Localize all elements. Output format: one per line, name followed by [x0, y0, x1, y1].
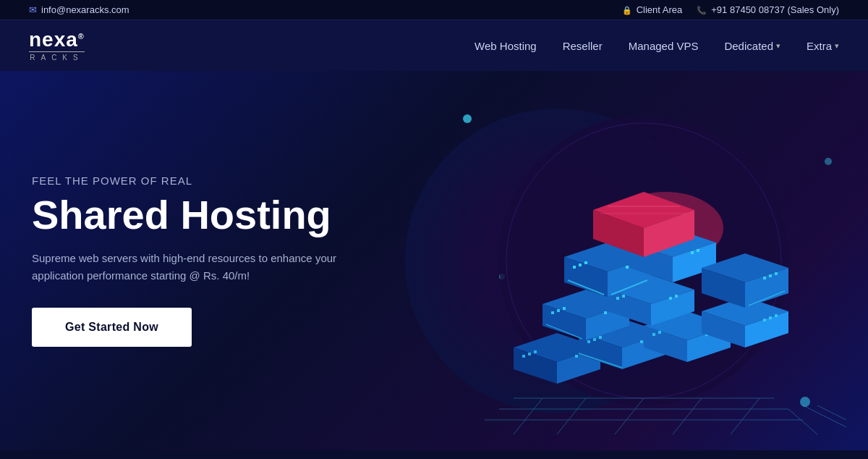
svg-rect-18 [528, 353, 531, 355]
svg-rect-27 [599, 336, 602, 339]
svg-rect-43 [563, 307, 566, 310]
logo[interactable]: nexa® RACKS [29, 30, 85, 62]
svg-rect-35 [658, 331, 661, 334]
nav-web-hosting[interactable]: Web Hosting [475, 40, 537, 52]
client-area-label: Client Area [637, 4, 683, 15]
svg-rect-79 [763, 319, 766, 321]
svg-rect-81 [775, 314, 778, 317]
client-area-item[interactable]: Client Area [622, 4, 683, 15]
email-address: info@nexaracks.com [41, 4, 129, 15]
svg-line-10 [514, 398, 542, 434]
svg-rect-60 [626, 266, 629, 269]
svg-rect-34 [652, 333, 655, 336]
svg-line-11 [788, 409, 817, 434]
svg-line-6 [557, 398, 586, 434]
svg-rect-42 [557, 309, 560, 312]
nav-dedicated[interactable]: Dedicated ▾ [724, 40, 780, 52]
nav-extra[interactable]: Extra ▾ [807, 40, 839, 52]
svg-rect-28 [640, 340, 643, 343]
mail-icon [29, 4, 37, 15]
svg-rect-87 [775, 272, 778, 275]
lock-icon [622, 4, 632, 15]
svg-rect-57 [573, 266, 576, 269]
cta-button[interactable]: Get Started Now [32, 308, 192, 347]
hero-content: FEEL THE POWER OF REAL Shared Hosting Su… [0, 174, 343, 348]
server-illustration [441, 87, 846, 434]
email-item[interactable]: info@nexaracks.com [29, 4, 129, 15]
svg-rect-52 [669, 297, 672, 300]
svg-rect-86 [769, 274, 772, 277]
svg-rect-17 [522, 355, 525, 358]
svg-rect-53 [675, 295, 678, 298]
svg-rect-41 [551, 311, 554, 314]
phone-number: +91 87450 08737 (Sales Only) [711, 4, 839, 15]
svg-rect-58 [579, 264, 582, 266]
svg-rect-51 [622, 295, 625, 298]
top-bar-right: Client Area +91 87450 08737 (Sales Only) [622, 4, 839, 15]
nav-managed-vps[interactable]: Managed VPS [629, 40, 699, 52]
hero-section: FEEL THE POWER OF REAL Shared Hosting Su… [0, 71, 868, 450]
nav-links: Web Hosting Reseller Managed VPS Dedicat… [475, 40, 839, 52]
logo-text: nexa® [29, 30, 85, 50]
svg-rect-85 [763, 277, 766, 279]
navbar: nexa® RACKS Web Hosting Reseller Managed… [0, 20, 868, 71]
svg-rect-20 [575, 355, 578, 358]
svg-rect-69 [691, 251, 694, 254]
hero-description: Supreme web servers with high-end resour… [32, 250, 343, 285]
dedicated-dropdown-arrow: ▾ [776, 41, 780, 51]
phone-item[interactable]: +91 87450 08737 (Sales Only) [697, 4, 839, 15]
svg-line-12 [817, 405, 846, 420]
phone-icon [697, 4, 707, 15]
extra-dropdown-arrow: ▾ [835, 41, 839, 51]
nav-reseller[interactable]: Reseller [563, 40, 603, 52]
hero-subtitle: FEEL THE POWER OF REAL [32, 174, 343, 187]
top-bar: info@nexaracks.com Client Area +91 87450… [0, 0, 868, 20]
top-bar-left: info@nexaracks.com [29, 4, 129, 15]
svg-line-8 [673, 398, 702, 434]
hero-title: Shared Hosting [32, 193, 343, 237]
logo-sub: RACKS [29, 51, 85, 62]
svg-rect-70 [697, 249, 699, 252]
svg-rect-50 [616, 297, 619, 300]
svg-rect-25 [587, 340, 590, 343]
svg-rect-59 [584, 261, 587, 264]
svg-rect-19 [534, 350, 537, 353]
svg-line-9 [731, 398, 760, 434]
svg-rect-26 [593, 338, 596, 341]
svg-rect-80 [769, 316, 772, 319]
svg-rect-44 [604, 311, 607, 314]
